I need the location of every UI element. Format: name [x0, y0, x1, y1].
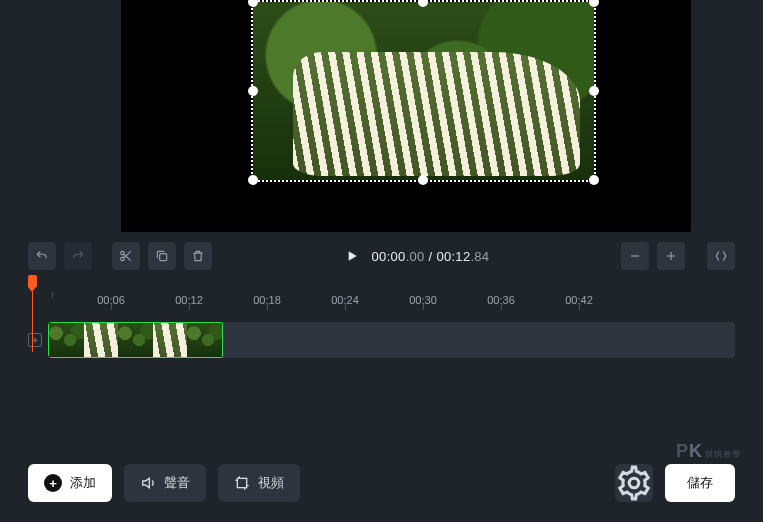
- audio-button[interactable]: 聲音: [124, 464, 206, 502]
- redo-button[interactable]: [64, 242, 92, 270]
- resize-handle-e[interactable]: [589, 86, 599, 96]
- clip-thumb: [187, 323, 222, 357]
- selection-frame[interactable]: [251, 0, 596, 182]
- undo-button[interactable]: [28, 242, 56, 270]
- svg-rect-2: [160, 254, 167, 261]
- svg-rect-3: [237, 478, 246, 487]
- timeline: 00:06 00:12 00:18 00:24 00:30 00:36 00:4…: [0, 280, 763, 358]
- settings-button[interactable]: [615, 464, 653, 502]
- save-label: 儲存: [687, 474, 713, 492]
- plus-icon: +: [44, 474, 62, 492]
- audio-label: 聲音: [164, 474, 190, 492]
- resize-handle-se[interactable]: [589, 175, 599, 185]
- add-button[interactable]: + 添加: [28, 464, 112, 502]
- timeline-clip[interactable]: [48, 322, 223, 358]
- resize-handle-ne[interactable]: [589, 0, 599, 7]
- svg-point-4: [629, 478, 639, 488]
- speaker-icon: [140, 475, 156, 491]
- video-label: 視頻: [258, 474, 284, 492]
- fit-button[interactable]: [707, 242, 735, 270]
- total-time-frac: .84: [470, 249, 489, 264]
- bottom-bar: + 添加 聲音 視頻 儲存: [0, 448, 763, 522]
- delete-button[interactable]: [184, 242, 212, 270]
- time-sep: /: [425, 249, 437, 264]
- ruler-tick: 00:42: [540, 294, 618, 306]
- resize-handle-w[interactable]: [248, 86, 258, 96]
- play-button[interactable]: [344, 248, 360, 264]
- editor-toolbar: 00:00.00 / 00:12.84: [0, 232, 763, 280]
- ruler-tick: 00:12: [150, 294, 228, 306]
- resize-handle-s[interactable]: [418, 175, 428, 185]
- add-track-button[interactable]: ＋: [28, 333, 42, 347]
- playhead-handle[interactable]: [28, 275, 37, 287]
- save-button[interactable]: 儲存: [665, 464, 735, 502]
- clip-thumb: [84, 323, 119, 357]
- timecode-display: 00:00.00 / 00:12.84: [372, 249, 490, 264]
- cut-button[interactable]: [112, 242, 140, 270]
- resize-handle-nw[interactable]: [248, 0, 258, 7]
- video-button[interactable]: 視頻: [218, 464, 300, 502]
- clip-thumb: [118, 323, 153, 357]
- playback-controls: 00:00.00 / 00:12.84: [344, 248, 490, 264]
- gear-icon: [615, 464, 653, 502]
- time-ruler[interactable]: 00:06 00:12 00:18 00:24 00:30 00:36 00:4…: [28, 294, 763, 316]
- ruler-tick: 00:24: [306, 294, 384, 306]
- clip-thumb: [153, 323, 188, 357]
- add-label: 添加: [70, 474, 96, 492]
- video-canvas[interactable]: [121, 0, 691, 232]
- clip-thumb: [49, 323, 84, 357]
- total-time: 00:12: [436, 249, 470, 264]
- video-track[interactable]: [48, 322, 735, 358]
- ruler-tick: 00:30: [384, 294, 462, 306]
- duplicate-button[interactable]: [148, 242, 176, 270]
- ruler-tick: 00:06: [72, 294, 150, 306]
- current-time-frac: .00: [406, 249, 425, 264]
- ruler-tick: 00:18: [228, 294, 306, 306]
- preview-area: [0, 0, 763, 232]
- resize-handle-sw[interactable]: [248, 175, 258, 185]
- svg-point-0: [121, 251, 125, 255]
- crop-icon: [234, 475, 250, 491]
- current-time: 00:00: [372, 249, 406, 264]
- svg-point-1: [121, 257, 125, 261]
- selected-clip-image: [253, 2, 594, 180]
- zoom-in-button[interactable]: [657, 242, 685, 270]
- ruler-tick: 00:36: [462, 294, 540, 306]
- zoom-out-button[interactable]: [621, 242, 649, 270]
